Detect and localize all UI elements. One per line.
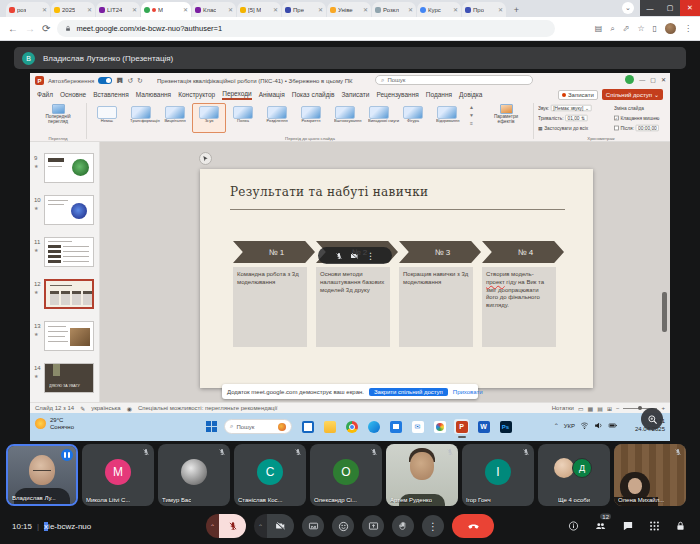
transition-wipe[interactable]: Поява [226,103,260,133]
battery-icon[interactable] [608,421,618,430]
preview-button[interactable]: Попередній перегляд [34,103,82,131]
gallery-scroll[interactable]: ▲▼≡ [467,104,476,126]
tab-gmail[interactable]: роз✕ [6,2,50,17]
view-normal-icon[interactable]: ▭ [578,405,584,412]
ppt-search-box[interactable]: ⌕ Пошук [375,75,533,85]
close-tab-icon[interactable]: ✕ [453,6,458,13]
new-tab-button[interactable]: + [510,3,523,16]
zoom-slider-knob[interactable] [638,406,642,410]
close-tab-icon[interactable]: ✕ [498,6,503,13]
camera-off-button[interactable] [267,514,294,538]
transition-reveal[interactable]: Розкриття [294,103,328,133]
meeting-details-button[interactable] [568,521,579,532]
leave-call-button[interactable] [452,514,494,538]
menu-slideshow[interactable]: Показ слайдів [292,91,335,98]
photos-icon[interactable] [432,419,447,434]
reload-icon[interactable]: ⟳ [42,23,50,34]
spinner-icon[interactable]: ⇅ [581,115,585,121]
menu-design[interactable]: Конструктор [178,91,215,98]
tab-pro[interactable]: Про✕ [462,2,506,17]
address-bar[interactable]: meet.google.com/xie-bcwz-nuo?authuser=1 [57,20,555,37]
view-sorter-icon[interactable]: ▦ [588,405,594,412]
close-tab-icon[interactable]: ✕ [318,6,323,13]
task-view-icon[interactable] [300,419,315,434]
self-controls-overlay[interactable]: ⋮ [318,247,392,264]
account-avatar[interactable] [625,75,634,84]
close-window-button[interactable]: ✕ [680,0,700,16]
menu-help[interactable]: Довідка [459,91,482,98]
autosave-toggle[interactable] [98,77,112,84]
captions-button[interactable] [302,515,324,537]
wifi-icon[interactable] [580,421,589,430]
chrome-icon[interactable] [344,419,359,434]
reactions-button[interactable] [332,515,354,537]
ppt-share-button[interactable]: Спільний доступ⌄ [602,89,663,100]
view-slideshow-icon[interactable]: ⊞ [607,405,612,412]
transition-split[interactable]: Розділення [260,103,294,133]
back-icon[interactable]: ← [8,23,18,34]
raise-hand-button[interactable] [392,515,414,537]
bookmark-star-icon[interactable]: ☆ [637,24,644,33]
folder-icon[interactable] [322,419,337,434]
share-icon[interactable]: ⬀ [623,24,630,33]
close-tab-icon[interactable]: ✕ [183,6,188,13]
redo-icon[interactable]: ↻ [137,77,143,85]
close-tab-icon[interactable]: ✕ [132,6,137,13]
side-panel-icon[interactable]: ▯ [653,24,657,33]
transition-morph[interactable]: Трансформація [124,103,158,133]
stop-sharing-button[interactable]: Закрити спільний доступ [369,388,448,396]
tab-classroom[interactable]: Клас✕ [192,2,236,17]
tab-meet-active[interactable]: M✕ [141,2,191,17]
forward-icon[interactable]: → [25,23,35,34]
transition-push2[interactable]: Вштовхування [328,103,362,133]
current-slide[interactable]: Результати та набуті навички № 1 № 2 № 3… [200,169,593,388]
edge-icon[interactable] [366,419,381,434]
canvas-scrollbar[interactable] [662,292,667,332]
overlay-more-icon[interactable]: ⋮ [366,251,375,261]
zoom-out-icon[interactable]: − [616,405,620,411]
close-tab-icon[interactable]: ✕ [408,6,413,13]
mic-muted-button[interactable] [219,514,246,538]
tab-lit24[interactable]: LIT24✕ [96,2,140,17]
volume-icon[interactable] [594,421,603,430]
presenter-banner[interactable]: В Владислав Лутаєнко (Презентація) [14,47,686,69]
start-button[interactable] [206,421,217,432]
participant-tile[interactable]: Олена Михайл... [614,444,686,506]
thumbnail-slide-11[interactable] [44,237,94,267]
undo-icon[interactable]: ↺ [127,77,133,85]
close-tab-icon[interactable]: ✕ [42,6,47,13]
effect-options-button[interactable]: Параметри ефектів [482,103,530,131]
search-icon[interactable]: ⌕ [610,24,614,34]
tab-course[interactable]: Курс✕ [417,2,461,17]
more-options-button[interactable]: ⋮ [422,515,444,537]
taskbar-search[interactable]: ⌕ Пошук [224,419,292,434]
menu-view[interactable]: Подання [426,91,452,98]
tab-drive[interactable]: 2025✕ [51,2,95,17]
view-reading-icon[interactable]: ▤ [597,405,603,412]
powerpoint-taskbar-icon-active[interactable]: P [454,419,469,434]
spellcheck-icon[interactable]: ✎ [80,405,85,412]
weather-widget[interactable]: 29°CСонячно [35,417,74,431]
activities-button[interactable] [649,521,660,532]
participant-tile-presenter[interactable]: Владислав Лу... [6,444,78,506]
minimize-button[interactable]: — [640,0,660,16]
close-tab-icon[interactable]: ✕ [87,6,92,13]
participant-tile[interactable]: O Олександр Сі... [310,444,382,506]
record-button[interactable]: Записати [558,90,598,100]
transition-uncover[interactable]: Відкривання [430,103,464,133]
microphone-control[interactable]: ⌃ [206,514,246,538]
transition-shape[interactable]: Фігура [396,103,430,133]
chat-button[interactable] [622,521,634,532]
participant-tile[interactable]: M Микола Litvi С... [82,444,154,506]
media-icon[interactable]: ▤ [595,24,603,33]
participant-tile[interactable]: Артем Руденко [386,444,458,506]
on-click-checkbox-row[interactable]: ✓ Клацання мишею [614,115,659,121]
hide-share-bar-link[interactable]: Приховати [453,389,483,395]
present-button[interactable] [362,515,384,537]
close-tab-icon[interactable]: ✕ [228,6,233,13]
ppt-minimize-icon[interactable]: — [639,77,645,83]
duration-input[interactable]: 01,00⇅ [565,115,587,121]
close-tab-icon[interactable]: ✕ [363,6,368,13]
tray-chevron-icon[interactable]: ⌃ [554,422,559,429]
menu-animations[interactable]: Анімація [259,91,285,98]
